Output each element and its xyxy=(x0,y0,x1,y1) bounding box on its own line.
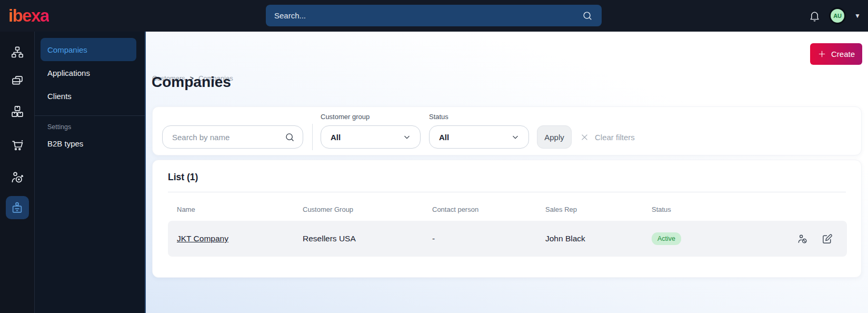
company-name-link[interactable]: JKT Company xyxy=(177,234,228,243)
column-header-sales-rep: Sales Rep xyxy=(545,206,652,213)
customer-group-value: All xyxy=(331,133,341,142)
column-header-status: Status xyxy=(652,206,796,213)
customer-group-label: Customer group xyxy=(321,113,370,121)
commerce-cart-icon[interactable] xyxy=(10,138,24,152)
sidebar-item-label: Companies xyxy=(47,45,87,54)
create-button[interactable]: Create xyxy=(810,43,862,65)
sidebar-item-companies[interactable]: Companies xyxy=(41,38,136,61)
filter-divider xyxy=(312,124,313,150)
clear-filters-label: Clear filters xyxy=(595,133,635,142)
column-header-contact-person: Contact person xyxy=(432,206,545,213)
content-tree-icon[interactable] xyxy=(10,45,24,60)
main-content: Customers > Companies Create Companies C… xyxy=(146,32,868,313)
sidebar-icon-rail xyxy=(0,32,35,313)
cell-sales-rep: John Black xyxy=(545,234,652,243)
create-button-label: Create xyxy=(831,50,855,58)
column-header-name: Name xyxy=(177,206,303,213)
table-row[interactable]: JKT Company Resellers USA - John Black A… xyxy=(168,221,847,257)
apply-button[interactable]: Apply xyxy=(537,125,572,149)
clear-filters-button[interactable]: Clear filters xyxy=(580,125,635,149)
notifications-bell-icon[interactable] xyxy=(809,10,821,22)
sidebar-item-label: Applications xyxy=(47,69,90,77)
chevron-down-icon xyxy=(402,132,412,142)
sidebar-item-label: B2B types xyxy=(47,139,83,148)
customer-group-select[interactable]: All xyxy=(321,125,421,149)
search-icon[interactable] xyxy=(284,132,295,143)
status-badge: Active xyxy=(652,232,681,245)
close-icon xyxy=(580,133,589,142)
sidebar-item-clients[interactable]: Clients xyxy=(41,84,136,107)
search-by-name-field[interactable] xyxy=(162,125,303,149)
companies-list-panel: List (1) Name Customer Group Contact per… xyxy=(152,160,862,278)
customers-badge-icon[interactable] xyxy=(6,196,29,219)
status-label: Status xyxy=(429,113,448,121)
sidebar-section-settings-label: Settings xyxy=(35,116,145,132)
divider xyxy=(168,192,846,192)
global-search-input[interactable] xyxy=(274,11,582,20)
products-icon[interactable] xyxy=(10,104,24,119)
marketing-target-icon[interactable] xyxy=(10,170,24,184)
page-title: Companies xyxy=(152,74,231,91)
ibexa-logo[interactable]: ibexa xyxy=(8,6,49,26)
deactivate-user-icon[interactable] xyxy=(796,233,809,245)
global-search-bar[interactable] xyxy=(266,5,602,26)
search-by-name-input[interactable] xyxy=(172,133,284,142)
status-value: All xyxy=(439,133,449,142)
cell-customer-group: Resellers USA xyxy=(303,234,432,243)
sidebar-item-b2b-types[interactable]: B2B types xyxy=(41,132,136,155)
sidebar-item-label: Clients xyxy=(47,92,72,101)
search-icon[interactable] xyxy=(582,10,593,22)
edit-icon[interactable] xyxy=(821,233,833,245)
table-header-row: Name Customer Group Contact person Sales… xyxy=(168,202,847,216)
sidebar-menu: Companies Applications Clients Settings … xyxy=(35,32,146,313)
pages-icon[interactable] xyxy=(10,74,24,88)
status-select[interactable]: All xyxy=(429,125,529,149)
top-bar: ibexa AU ▼ xyxy=(0,0,868,32)
sidebar-item-applications[interactable]: Applications xyxy=(41,61,136,84)
user-menu-chevron-down-icon[interactable]: ▼ xyxy=(854,12,861,19)
cell-contact-person: - xyxy=(432,234,545,243)
list-count-title: List (1) xyxy=(168,172,198,183)
column-header-customer-group: Customer Group xyxy=(303,206,432,213)
user-avatar[interactable]: AU xyxy=(829,7,846,24)
plus-icon xyxy=(817,50,826,58)
chevron-down-icon xyxy=(511,132,520,142)
filters-panel: Customer group All Status All Apply xyxy=(152,106,862,155)
